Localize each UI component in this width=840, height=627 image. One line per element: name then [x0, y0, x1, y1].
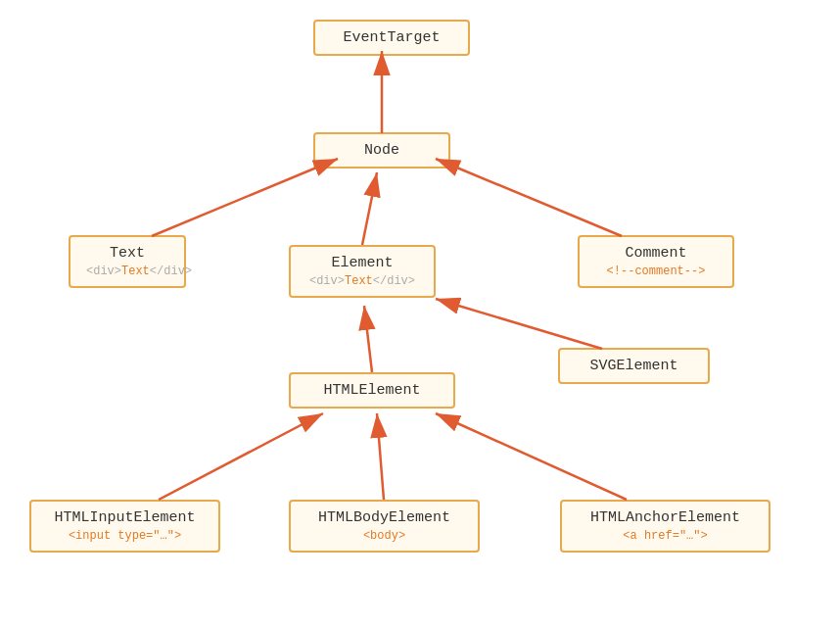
- node-text-example: <div>Text</div>: [86, 265, 168, 278]
- node-event-target-label: EventTarget: [343, 29, 440, 46]
- node-element-label: Element: [306, 255, 418, 271]
- node-html-body-label: HTMLBodyElement: [306, 509, 462, 526]
- node-comment-ex-highlight: <!--comment-->: [607, 265, 706, 278]
- arrow-htmlelement-to-element: [364, 306, 372, 372]
- node-comment: Comment <!--comment-->: [578, 235, 734, 288]
- node-element-ex-highlight: Text: [345, 274, 373, 288]
- node-comment-label: Comment: [595, 245, 717, 262]
- node-text-label: Text: [86, 245, 168, 262]
- node-html-input-element: HTMLInputElement <input type="…">: [29, 500, 220, 553]
- arrow-svgelement-to-element: [436, 299, 602, 349]
- node-text-ex-highlight: Text: [121, 265, 150, 278]
- node-svg-element-label: SVGElement: [589, 358, 677, 374]
- node-event-target: EventTarget: [313, 20, 470, 56]
- node-html-body-ex-highlight: <body>: [363, 529, 405, 543]
- arrow-comment-to-node: [436, 159, 622, 236]
- arrow-htmlbody-to-htmlelement: [377, 413, 384, 500]
- node-element: Element <div>Text</div>: [289, 245, 436, 298]
- node-element-ex-suffix: </div>: [373, 274, 415, 288]
- node-text: Text <div>Text</div>: [69, 235, 186, 288]
- node-comment-example: <!--comment-->: [595, 265, 717, 278]
- node-html-input-ex-highlight: <input type="…">: [69, 529, 181, 543]
- node-html-body-example: <body>: [306, 529, 462, 543]
- diagram: EventTarget Node Text <div>Text</div> El…: [0, 0, 840, 627]
- node-html-input-example: <input type="…">: [47, 529, 203, 543]
- arrow-htmlinput-to-htmlelement: [159, 413, 323, 500]
- node-html-anchor-element: HTMLAnchorElement <a href="…">: [560, 500, 770, 553]
- node-text-ex-prefix: <div>: [86, 265, 121, 278]
- node-node: Node: [313, 132, 450, 169]
- node-html-body-element: HTMLBodyElement <body>: [289, 500, 480, 553]
- node-svg-element: SVGElement: [558, 348, 710, 384]
- arrow-text-to-node: [152, 159, 338, 236]
- node-html-anchor-ex-highlight: <a href="…">: [623, 529, 707, 543]
- node-node-label: Node: [364, 142, 399, 159]
- arrow-element-to-node: [362, 172, 377, 245]
- node-html-element: HTMLElement: [289, 372, 455, 409]
- node-text-ex-suffix: </div>: [150, 265, 192, 278]
- node-html-element-label: HTMLElement: [323, 382, 420, 399]
- node-element-example: <div>Text</div>: [306, 274, 418, 288]
- node-html-anchor-example: <a href="…">: [578, 529, 753, 543]
- node-html-input-label: HTMLInputElement: [47, 509, 203, 526]
- arrow-htmlanchor-to-htmlelement: [436, 413, 627, 500]
- node-element-ex-prefix: <div>: [309, 274, 345, 288]
- node-html-anchor-label: HTMLAnchorElement: [578, 509, 753, 526]
